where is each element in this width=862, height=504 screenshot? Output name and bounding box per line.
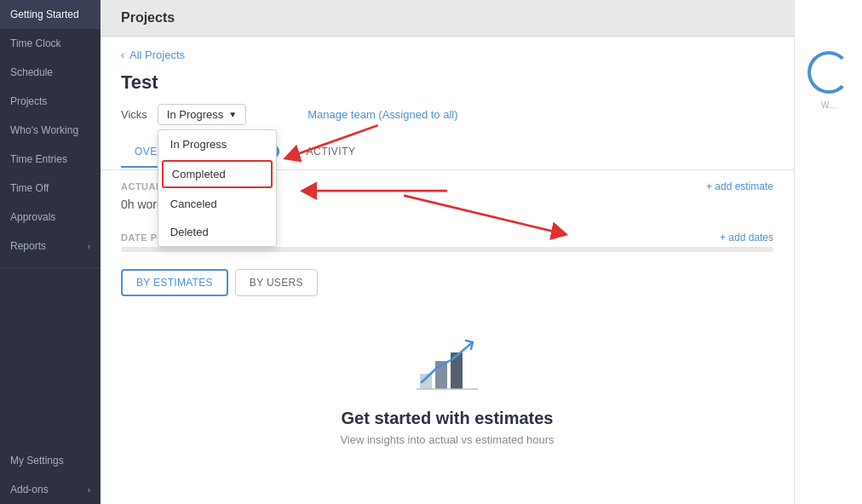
chart-icon	[413, 335, 481, 395]
status-dropdown-wrapper: In Progress ▼ In Progress Completed Canc…	[158, 104, 246, 125]
breadcrumb[interactable]: ‹ All Projects	[101, 37, 794, 68]
reports-expand-icon: ›	[88, 242, 90, 251]
project-owner: Vicks	[121, 108, 147, 121]
status-label: In Progress	[167, 108, 223, 121]
status-option-canceled[interactable]: Canceled	[158, 190, 276, 218]
chevron-down-icon: ▼	[228, 110, 237, 119]
right-panel-label: W...	[821, 100, 836, 110]
by-estimates-tab[interactable]: BY ESTIMATES	[121, 269, 228, 296]
right-panel: W...	[794, 0, 862, 504]
get-started-subtitle: View insights into actual vs estimated h…	[340, 433, 554, 446]
sidebar-item-schedule[interactable]: Schedule	[0, 58, 101, 87]
status-option-in-progress[interactable]: In Progress	[158, 130, 276, 158]
status-option-completed[interactable]: Completed	[162, 160, 273, 188]
get-started-title: Get started with estimates	[342, 409, 554, 428]
sidebar-item-reports[interactable]: Reports ›	[0, 232, 101, 261]
sidebar-item-my-settings[interactable]: My Settings	[0, 446, 101, 475]
sidebar-item-time-off[interactable]: Time Off	[0, 174, 101, 203]
status-dropdown-menu: In Progress Completed Canceled Deleted	[158, 129, 277, 247]
donut-chart-partial	[807, 51, 850, 94]
manage-team-link[interactable]: Manage team (Assigned to all)	[307, 108, 457, 121]
sidebar-item-approvals[interactable]: Approvals	[0, 203, 101, 232]
status-button[interactable]: In Progress ▼	[158, 104, 246, 125]
sidebar-divider	[0, 267, 101, 268]
progress-bar-bg	[121, 247, 773, 252]
progress-bar	[101, 247, 794, 252]
sidebar: Getting Started Time Clock Schedule Proj…	[0, 0, 101, 504]
sidebar-item-time-entries[interactable]: Time Entries	[0, 145, 101, 174]
add-dates-link[interactable]: + add dates	[720, 232, 773, 243]
tab-activity[interactable]: Activity	[293, 137, 370, 168]
get-started-section: Get started with estimates View insights…	[101, 310, 794, 472]
sidebar-item-whos-working[interactable]: Who's Working	[0, 116, 101, 145]
main-content: Projects ‹ All Projects Test Vicks In Pr…	[101, 0, 794, 504]
sidebar-item-projects[interactable]: Projects	[0, 87, 101, 116]
sidebar-item-time-clock[interactable]: Time Clock	[0, 29, 101, 58]
content-area: ‹ All Projects Test Vicks In Progress ▼ …	[101, 37, 794, 504]
back-icon: ‹	[121, 49, 124, 61]
addons-expand-icon: ›	[88, 485, 90, 495]
sidebar-item-getting-started[interactable]: Getting Started	[0, 0, 101, 29]
by-users-tab[interactable]: BY USERS	[235, 269, 318, 296]
status-option-deleted[interactable]: Deleted	[158, 218, 276, 246]
page-header: Projects	[101, 0, 794, 37]
project-title: Test	[101, 68, 794, 104]
project-meta: Vicks In Progress ▼ In Progress Complete…	[101, 104, 794, 135]
estimate-tabs: BY ESTIMATES BY USERS	[101, 255, 794, 310]
breadcrumb-label: All Projects	[129, 49, 185, 61]
add-estimate-link[interactable]: + add estimate	[706, 180, 773, 192]
sidebar-item-add-ons[interactable]: Add-ons ›	[0, 475, 101, 504]
